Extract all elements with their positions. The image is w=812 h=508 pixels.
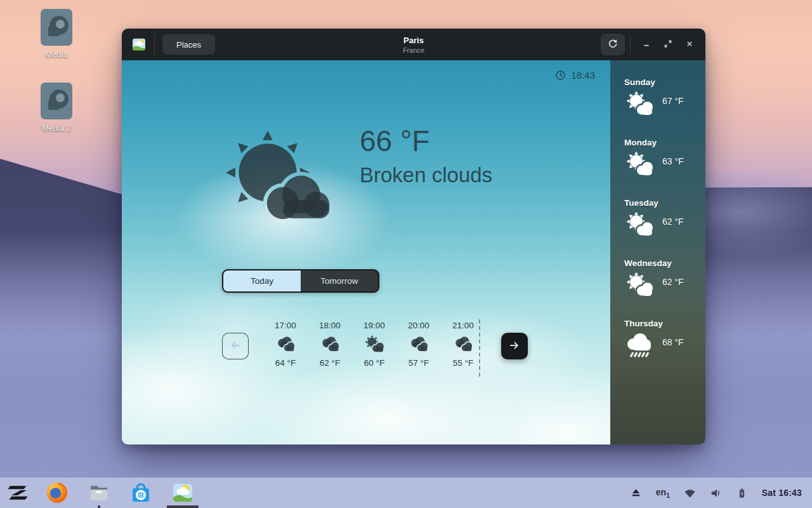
hourly-next-button[interactable] bbox=[501, 333, 528, 359]
daily-forecast-sidebar: Sunday 67 °F bbox=[610, 60, 705, 444]
keyboard-layout-code: en bbox=[656, 487, 666, 497]
wifi-icon[interactable] bbox=[684, 487, 696, 499]
few-clouds-icon bbox=[363, 334, 385, 356]
day-temp: 63 °F bbox=[662, 156, 684, 166]
rain-icon bbox=[624, 331, 655, 361]
weather-content-pane: 18:43 66 bbox=[122, 60, 610, 444]
window-subtitle: France bbox=[403, 46, 424, 54]
clouds-icon bbox=[408, 334, 429, 356]
files-button[interactable] bbox=[86, 480, 112, 505]
keyboard-layout-indicator[interactable]: en1 bbox=[656, 487, 670, 499]
window-title: Paris bbox=[403, 36, 424, 45]
software-icon bbox=[129, 481, 152, 504]
refresh-icon bbox=[607, 38, 619, 51]
day-name: Thursday bbox=[624, 319, 700, 328]
daily-entry-sunday[interactable]: Sunday 67 °F bbox=[624, 77, 700, 120]
hourly-temp: 62 °F bbox=[308, 358, 352, 368]
hourly-time: 18:00 bbox=[308, 321, 352, 330]
arrow-right-icon bbox=[508, 339, 521, 354]
few-clouds-icon bbox=[624, 150, 655, 180]
battery-icon[interactable] bbox=[736, 487, 748, 499]
header-separator bbox=[630, 34, 631, 55]
close-button[interactable] bbox=[679, 34, 700, 55]
taskbar-clock[interactable]: Sat 16:43 bbox=[762, 488, 802, 498]
window-headerbar: Places Paris France bbox=[122, 29, 705, 60]
header-separator bbox=[154, 34, 155, 55]
zorin-logo-icon bbox=[6, 481, 29, 504]
firefox-icon bbox=[46, 481, 69, 504]
current-weather-icon-few-clouds bbox=[222, 124, 344, 246]
hourly-temp: 57 °F bbox=[396, 358, 441, 368]
window-title-block: Paris France bbox=[403, 36, 424, 54]
weather-app-icon bbox=[171, 481, 194, 504]
daily-entry-wednesday[interactable]: Wednesday 62 °F bbox=[624, 258, 700, 301]
weather-app-button[interactable] bbox=[170, 480, 195, 505]
maximize-button[interactable] bbox=[657, 34, 679, 55]
day-temp: 62 °F bbox=[662, 217, 684, 227]
desktop-icon-label: Media 2 bbox=[22, 123, 91, 133]
maximize-icon bbox=[664, 39, 672, 50]
clouds-icon bbox=[319, 334, 341, 356]
desktop-icon-label: Media bbox=[22, 50, 91, 59]
local-time: 18:43 bbox=[555, 70, 595, 81]
active-app-indicator bbox=[167, 505, 199, 508]
media-folder-icon bbox=[41, 83, 72, 119]
minimize-button[interactable] bbox=[636, 34, 657, 55]
day-tab-switcher: Today Tomorrow bbox=[222, 269, 379, 293]
hourly-time: 20:00 bbox=[396, 321, 441, 330]
hourly-separator bbox=[479, 319, 480, 377]
system-tray: en1 Sat 16:43 bbox=[630, 487, 812, 499]
close-icon bbox=[685, 39, 694, 50]
zorin-menu-button[interactable] bbox=[5, 480, 30, 505]
tab-tomorrow[interactable]: Tomorrow bbox=[301, 271, 378, 291]
places-button[interactable]: Places bbox=[162, 34, 215, 55]
desktop-icon-media[interactable]: Media bbox=[22, 9, 91, 59]
hourly-prev-button[interactable] bbox=[222, 333, 249, 359]
day-name: Wednesday bbox=[624, 258, 700, 268]
hourly-entry: 19:00 60 °F bbox=[352, 321, 396, 368]
media-folder-icon bbox=[41, 9, 72, 46]
local-time-text: 18:43 bbox=[571, 70, 595, 81]
minimize-icon bbox=[642, 39, 651, 50]
day-temp: 68 °F bbox=[662, 337, 684, 347]
day-temp: 62 °F bbox=[662, 277, 684, 287]
hourly-entry: 20:00 57 °F bbox=[396, 321, 441, 368]
day-name: Tuesday bbox=[624, 198, 700, 208]
files-icon bbox=[88, 481, 110, 504]
daily-entry-tuesday[interactable]: Tuesday 62 °F bbox=[624, 198, 700, 241]
daily-entry-monday[interactable]: Monday 63 °F bbox=[624, 138, 700, 180]
taskbar: en1 Sat 16:43 bbox=[0, 478, 812, 508]
arrow-left-icon bbox=[229, 339, 242, 354]
clouds-icon bbox=[452, 334, 474, 356]
day-name: Sunday bbox=[624, 77, 700, 87]
tab-today[interactable]: Today bbox=[223, 271, 301, 291]
hourly-time: 17:00 bbox=[263, 321, 308, 330]
hourly-entry: 17:00 64 °F bbox=[263, 321, 308, 368]
hourly-entry: 18:00 62 °F bbox=[308, 321, 352, 368]
refresh-button[interactable] bbox=[601, 34, 625, 55]
clock-icon bbox=[555, 70, 566, 81]
day-name: Monday bbox=[624, 138, 700, 147]
current-condition: Broken clouds bbox=[360, 163, 492, 187]
software-button[interactable] bbox=[128, 480, 154, 505]
clouds-icon bbox=[275, 334, 296, 356]
daily-entry-thursday[interactable]: Thursday 68 °F bbox=[624, 319, 700, 361]
firefox-button[interactable] bbox=[44, 480, 70, 505]
day-temp: 67 °F bbox=[662, 96, 684, 106]
eject-icon[interactable] bbox=[630, 487, 642, 499]
few-clouds-icon bbox=[624, 90, 655, 120]
weather-window: Places Paris France bbox=[122, 29, 705, 444]
weather-app-icon bbox=[131, 37, 147, 52]
few-clouds-icon bbox=[624, 271, 655, 301]
current-temperature: 66 °F bbox=[360, 124, 429, 158]
volume-icon[interactable] bbox=[710, 487, 722, 499]
hourly-time: 19:00 bbox=[352, 321, 396, 330]
hourly-temp: 60 °F bbox=[352, 358, 396, 368]
desktop-icon-media2[interactable]: Media 2 bbox=[22, 83, 91, 133]
few-clouds-icon bbox=[624, 210, 655, 241]
keyboard-layout-index: 1 bbox=[666, 491, 670, 498]
running-indicator-dot bbox=[98, 505, 100, 508]
hourly-temp: 64 °F bbox=[263, 358, 308, 368]
